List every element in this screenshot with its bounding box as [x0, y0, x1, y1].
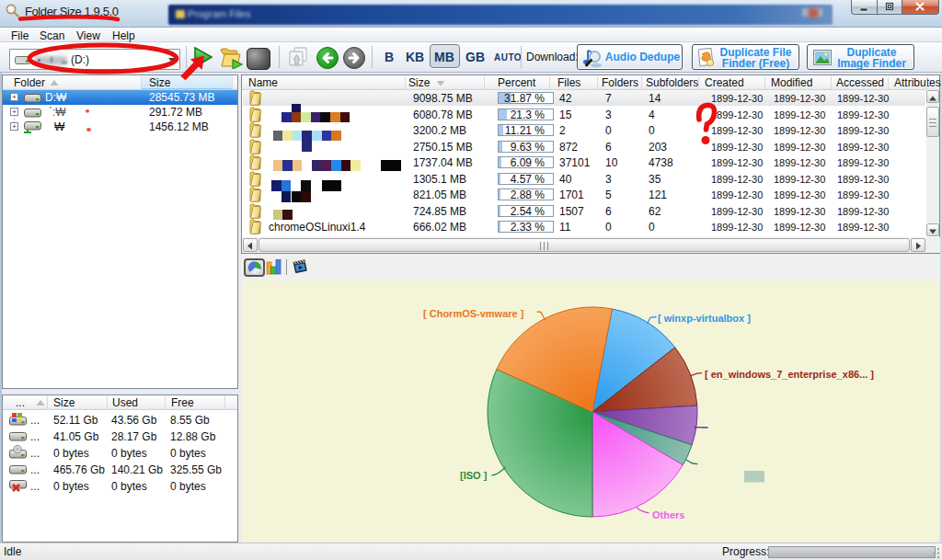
- svg-text:[ISO ]: [ISO ]: [460, 470, 488, 481]
- svg-text:[ en_windows_7_enterprise_x86.: [ en_windows_7_enterprise_x86... ]: [705, 369, 874, 380]
- svg-text:[ ChormOS-vmware ]: [ ChormOS-vmware ]: [423, 308, 524, 319]
- svg-text:Others: Others: [652, 509, 684, 520]
- svg-text:[ winxp-virtualbox ]: [ winxp-virtualbox ]: [658, 313, 751, 324]
